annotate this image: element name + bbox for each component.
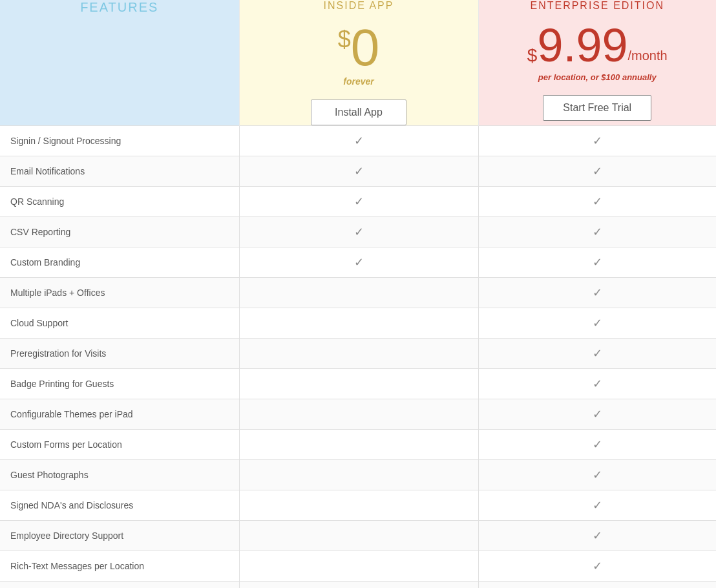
checkmark-icon: ✓ [593, 347, 602, 360]
inside-check: ✓ [239, 156, 478, 187]
checkmark-icon: ✓ [593, 165, 602, 178]
enterprise-check: ✓ [478, 369, 716, 399]
table-row: Preregistration for Visits✓ [0, 339, 716, 369]
feature-name: Guest Photographs [0, 460, 239, 490]
features-title: FEATURES [80, 0, 158, 14]
table-row: Rich-Text Messages per Location✓ [0, 551, 716, 582]
checkmark-icon: ✓ [593, 134, 602, 147]
checkmark-icon: ✓ [593, 195, 602, 208]
checkmark-icon: ✓ [354, 165, 364, 178]
inside-check [239, 308, 478, 339]
table-row: Guest Photographs✓ [0, 460, 716, 490]
enterprise-header: ENTERPRISE EDITION $ 9.99 /month per loc… [478, 0, 716, 126]
inside-check [239, 430, 478, 460]
inside-check [239, 582, 478, 589]
table-row: Custom Forms per Location✓ [0, 430, 716, 460]
table-row: Cloud Support✓ [0, 308, 716, 339]
checkmark-icon: ✓ [354, 226, 364, 238]
table-row: CSV Reporting✓✓ [0, 217, 716, 247]
feature-name: Custom Branding [0, 247, 239, 278]
checkmark-icon: ✓ [593, 317, 602, 330]
table-row: Email Notifications✓✓ [0, 156, 716, 187]
start-free-trial-button[interactable]: Start Free Trial [543, 95, 651, 121]
checkmark-icon: ✓ [593, 499, 602, 512]
enterprise-check: ✓ [478, 551, 716, 582]
checkmark-icon: ✓ [593, 438, 602, 451]
inside-app-header: INSIDE APP $0 forever Install App [239, 0, 478, 126]
inside-price-sub: forever [240, 76, 478, 87]
enterprise-price-row: $ 9.99 /month [479, 22, 717, 68]
checkmark-icon: ✓ [593, 226, 602, 238]
inside-check [239, 551, 478, 582]
enterprise-title: ENTERPRISE EDITION [479, 0, 717, 12]
inside-check: ✓ [239, 247, 478, 278]
checkmark-icon: ✓ [593, 408, 602, 421]
enterprise-check: ✓ [478, 308, 716, 339]
enterprise-check: ✓ [478, 278, 716, 308]
enterprise-check: ✓ [478, 399, 716, 430]
checkmark-icon: ✓ [354, 195, 364, 208]
feature-name: QR Scanning [0, 187, 239, 217]
table-row: Multiple iPads + Offices✓ [0, 278, 716, 308]
checkmark-icon: ✓ [593, 256, 602, 269]
enterprise-check: ✓ [478, 430, 716, 460]
table-row: Signin / Signout Processing✓✓ [0, 126, 716, 156]
checkmark-icon: ✓ [593, 377, 602, 390]
table-row: QR Scanning✓✓ [0, 187, 716, 217]
table-row: Signed NDA's and Disclosures✓ [0, 490, 716, 521]
feature-name: Cloud Support [0, 308, 239, 339]
enterprise-check: ✓ [478, 217, 716, 247]
enterprise-price-amount: 9.99 [537, 22, 627, 68]
inside-check [239, 460, 478, 490]
enterprise-check: ✓ [478, 490, 716, 521]
feature-name: Email Notifications [0, 156, 239, 187]
inside-dollar-sign: $ [338, 26, 351, 52]
checkmark-icon: ✓ [354, 256, 364, 269]
inside-price-amount: 0 [351, 19, 380, 76]
feature-name: Employee Directory Support [0, 521, 239, 551]
feature-name: Rich-Text Messages per Location [0, 551, 239, 582]
inside-check [239, 369, 478, 399]
feature-name: Preregistration for Visits [0, 339, 239, 369]
inside-app-title: INSIDE APP [240, 0, 478, 12]
table-row: Advertisement Free✓ [0, 582, 716, 589]
feature-name: Configurable Themes per iPad [0, 399, 239, 430]
enterprise-price-month: /month [628, 48, 668, 63]
enterprise-check: ✓ [478, 247, 716, 278]
inside-check [239, 278, 478, 308]
inside-check [239, 339, 478, 369]
checkmark-icon: ✓ [354, 134, 364, 147]
enterprise-check: ✓ [478, 187, 716, 217]
inside-check: ✓ [239, 187, 478, 217]
feature-name: Multiple iPads + Offices [0, 278, 239, 308]
feature-name: Custom Forms per Location [0, 430, 239, 460]
enterprise-check: ✓ [478, 582, 716, 589]
pricing-table: FEATURES INSIDE APP $0 forever Install A… [0, 0, 716, 588]
table-row: Badge Printing for Guests✓ [0, 369, 716, 399]
enterprise-check: ✓ [478, 156, 716, 187]
install-app-button[interactable]: Install App [311, 100, 406, 125]
enterprise-dollar-sign: $ [527, 45, 538, 66]
checkmark-icon: ✓ [593, 286, 602, 299]
feature-name: Badge Printing for Guests [0, 369, 239, 399]
enterprise-price-sub: per location, or $100 annually [479, 72, 717, 82]
feature-name: CSV Reporting [0, 217, 239, 247]
inside-check: ✓ [239, 126, 478, 156]
enterprise-check: ✓ [478, 126, 716, 156]
table-row: Configurable Themes per iPad✓ [0, 399, 716, 430]
features-header: FEATURES [0, 0, 239, 126]
inside-check [239, 490, 478, 521]
checkmark-icon: ✓ [593, 560, 602, 572]
inside-check: ✓ [239, 217, 478, 247]
inside-app-price: $0 [240, 22, 478, 74]
inside-check [239, 399, 478, 430]
table-row: Employee Directory Support✓ [0, 521, 716, 551]
enterprise-check: ✓ [478, 460, 716, 490]
enterprise-check: ✓ [478, 339, 716, 369]
table-row: Custom Branding✓✓ [0, 247, 716, 278]
checkmark-icon: ✓ [593, 529, 602, 542]
checkmark-icon: ✓ [593, 468, 602, 481]
feature-name: Advertisement Free [0, 582, 239, 589]
inside-check [239, 521, 478, 551]
feature-name: Signin / Signout Processing [0, 126, 239, 156]
